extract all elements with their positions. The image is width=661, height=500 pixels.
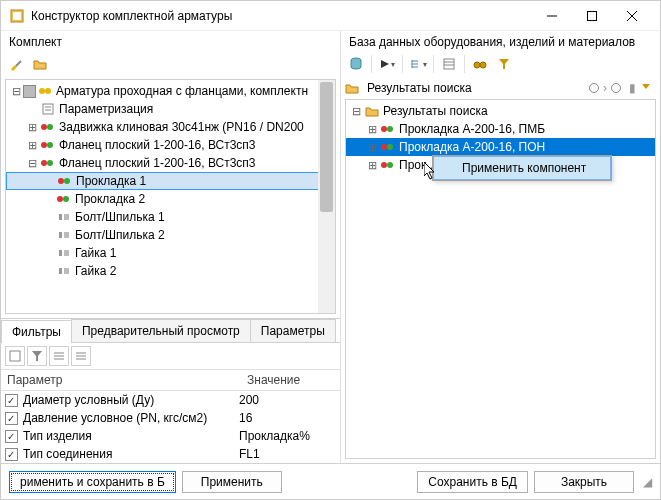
tree-row[interactable]: ⊟Арматура проходная с фланцами, комплект…: [6, 82, 335, 100]
result-row[interactable]: ⊟Результаты поиска: [346, 102, 655, 120]
param-checkbox[interactable]: [5, 394, 18, 407]
navdot-2[interactable]: [611, 83, 621, 93]
param-name: Тип изделия: [21, 429, 239, 443]
left-panel: Комплект ⊟Арматура проходная с фланцами,…: [1, 31, 341, 463]
root-icon: [37, 84, 53, 98]
apply-and-save-db-button[interactable]: рименить и сохранить в Б: [9, 471, 176, 493]
tree-checkbox[interactable]: [23, 85, 36, 98]
tree-toggle-icon[interactable]: ⊞: [26, 121, 39, 134]
result-row[interactable]: ⊞Прокладка А-200-16, ПМБ: [346, 120, 655, 138]
tree-config-icon[interactable]: ▾: [407, 53, 429, 75]
search-result-label[interactable]: [363, 79, 589, 97]
nav-bar-icon[interactable]: ▮: [629, 81, 636, 95]
tree-row[interactable]: Болт/Шпилька 1: [6, 208, 335, 226]
svg-point-52: [387, 162, 393, 168]
tree-row[interactable]: ⊞Задвижка клиновая 30с41нж (PN16 / DN200: [6, 118, 335, 136]
tree-toggle-icon[interactable]: ⊟: [350, 105, 363, 118]
left-panel-header: Комплект: [1, 31, 340, 51]
tree-row[interactable]: Гайка 1: [6, 244, 335, 262]
apply-button[interactable]: Применить: [182, 471, 282, 493]
filter-btn-1[interactable]: [5, 346, 25, 366]
rg-icon: [40, 138, 56, 152]
resize-grip-icon[interactable]: ◢: [640, 475, 652, 489]
b-icon: [56, 246, 72, 260]
svg-point-16: [41, 160, 47, 166]
tree-row[interactable]: ⊟Фланец плоский 1-200-16, ВСт3сп3: [6, 154, 335, 172]
tree-toggle-icon[interactable]: ⊞: [26, 139, 39, 152]
svg-point-18: [58, 178, 64, 184]
tree-toggle-icon[interactable]: ⊟: [26, 157, 39, 170]
app-icon: [9, 8, 25, 24]
tree-row[interactable]: Прокладка 2: [6, 190, 335, 208]
folder-icon: [345, 82, 363, 94]
filter-btn-3[interactable]: [49, 346, 69, 366]
tree-toggle-icon[interactable]: ⊞: [366, 159, 379, 172]
param-name: Тип соединения: [21, 447, 239, 461]
right-panel: База данных оборудования, изделий и мате…: [341, 31, 660, 463]
rg2-icon: [57, 174, 73, 188]
tree-row[interactable]: Прокладка 1: [6, 172, 335, 190]
toolbar-folder-icon[interactable]: [29, 53, 51, 75]
component-tree[interactable]: ⊟Арматура проходная с фланцами, комплект…: [5, 79, 336, 314]
minimize-button[interactable]: [532, 2, 572, 30]
svg-point-14: [41, 142, 47, 148]
nav-dots: › ▮: [589, 81, 656, 95]
filter-btn-2[interactable]: [27, 346, 47, 366]
tree-toggle-icon[interactable]: ⊟: [10, 85, 23, 98]
tree-label: Гайка 1: [73, 246, 116, 260]
results-tree[interactable]: ⊟Результаты поиска⊞Прокладка А-200-16, П…: [345, 99, 656, 459]
binoculars-icon[interactable]: [469, 53, 491, 75]
b-icon: [56, 228, 72, 242]
param-checkbox[interactable]: [5, 448, 18, 461]
svg-rect-26: [59, 250, 62, 256]
param-value: 16: [239, 411, 340, 425]
tree-row[interactable]: ⊞Фланец плоский 1-200-16, ВСт3сп3: [6, 136, 335, 154]
nav-more-icon[interactable]: [640, 82, 656, 94]
toolbar-brush-icon[interactable]: [5, 53, 27, 75]
result-label: Прокладка А-200-16, ПМБ: [397, 122, 545, 136]
tree-toggle-icon[interactable]: ⊞: [366, 123, 379, 136]
param-name: Диаметр условный (Ду): [21, 393, 239, 407]
svg-rect-30: [10, 351, 20, 361]
filter-btn-4[interactable]: [71, 346, 91, 366]
svg-rect-1: [13, 12, 21, 20]
close-button[interactable]: [612, 2, 652, 30]
svg-point-49: [381, 144, 387, 150]
db-icon[interactable]: [345, 53, 367, 75]
param-row[interactable]: Тип изделияПрокладка%: [1, 427, 340, 445]
param-row[interactable]: Диаметр условный (Ду)200: [1, 391, 340, 409]
svg-point-48: [387, 126, 393, 132]
navdot-1[interactable]: [589, 83, 599, 93]
svg-rect-28: [59, 268, 62, 274]
svg-rect-27: [64, 250, 69, 256]
tab-2[interactable]: Параметры: [250, 319, 336, 342]
list-icon[interactable]: [438, 53, 460, 75]
param-row[interactable]: Тип соединенияFL1: [1, 445, 340, 463]
svg-rect-29: [64, 268, 69, 274]
right-toolbar: ▾ ▾: [341, 51, 660, 77]
save-db-button[interactable]: Сохранить в БД: [417, 471, 528, 493]
param-checkbox[interactable]: [5, 412, 18, 425]
svg-point-46: [480, 62, 486, 68]
close-window-button[interactable]: Закрыть: [534, 471, 634, 493]
tab-1[interactable]: Предварительный просмотр: [71, 319, 251, 342]
tree-row[interactable]: Гайка 2: [6, 262, 335, 280]
tab-0[interactable]: Фильтры: [1, 320, 72, 343]
tree-scrollbar[interactable]: [318, 80, 335, 313]
bottom-bar: рименить и сохранить в Б Применить Сохра…: [1, 463, 660, 499]
result-label: Прок...: [397, 158, 436, 172]
filter-toolbar: [1, 343, 340, 369]
maximize-button[interactable]: [572, 2, 612, 30]
result-row[interactable]: ⊞Прокладка А-200-16, ПОН: [346, 138, 655, 156]
tree-row[interactable]: Болт/Шпилька 2: [6, 226, 335, 244]
play-icon[interactable]: ▾: [376, 53, 398, 75]
svg-rect-24: [59, 232, 62, 238]
menuitem-apply-component[interactable]: Применить компонент: [433, 156, 611, 180]
rg-icon: [380, 158, 396, 172]
param-row[interactable]: Давление условное (PN, кгс/см2)16: [1, 409, 340, 427]
tree-row[interactable]: Параметризация: [6, 100, 335, 118]
param-checkbox[interactable]: [5, 430, 18, 443]
tree-label: Прокладка 2: [73, 192, 145, 206]
tree-toggle-icon[interactable]: ⊞: [366, 141, 379, 154]
filter-funnel-icon[interactable]: [493, 53, 515, 75]
